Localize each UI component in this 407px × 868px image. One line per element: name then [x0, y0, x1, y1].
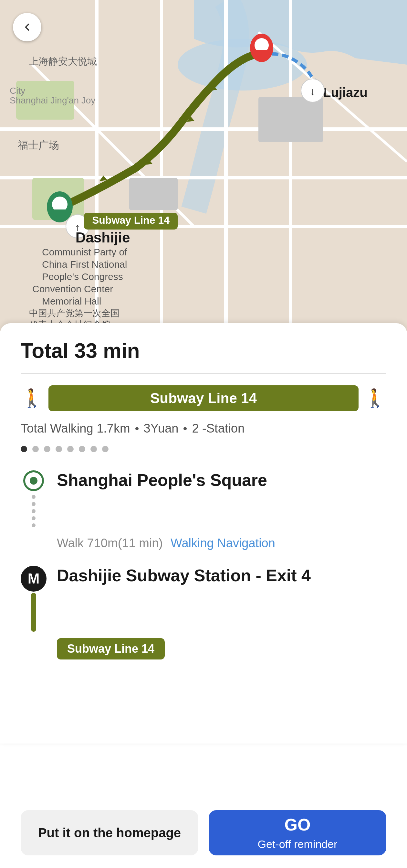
subway-icon-col: M: [21, 563, 46, 632]
svg-text:↓: ↓: [310, 86, 315, 97]
page-dot-1[interactable]: [32, 446, 39, 452]
subway-bar: Subway Line 14: [48, 385, 359, 411]
go-button[interactable]: GO Get-off reminder: [209, 810, 386, 856]
dot-sep-2: [183, 427, 187, 430]
subway-line-badge-container: Subway Line 14: [57, 638, 386, 659]
svg-text:福士广场: 福士广场: [18, 140, 59, 151]
walking-distance: Total Walking 1.7km: [21, 422, 130, 435]
step-start-row: Shanghai People's Square: [21, 468, 386, 531]
svg-text:Convention Center: Convention Center: [32, 283, 113, 294]
svg-text:City: City: [10, 86, 25, 96]
total-time: Total 33 min: [21, 339, 386, 363]
svg-rect-12: [129, 178, 178, 210]
subway-circle: M: [21, 566, 46, 592]
subway-station-title: Dashijie Subway Station - Exit 4: [57, 563, 386, 585]
svg-text:上海静安大悦城: 上海静安大悦城: [29, 56, 97, 67]
walk-info-row: Walk 710m(11 min) Walking Navigation: [21, 531, 386, 555]
dot-5: [32, 523, 36, 527]
pagination-dots: [21, 446, 386, 452]
page-dot-0[interactable]: [21, 446, 27, 452]
walk-distance-text: Walk 710m(11 min): [57, 536, 163, 550]
svg-text:China First National: China First National: [42, 259, 127, 270]
route-bar-row: 🚶 Subway Line 14 🚶: [21, 385, 386, 411]
svg-text:Memorial Hall: Memorial Hall: [42, 296, 101, 307]
map-section: ↑ Subway Line 14 Dashijie Lujiazu ↓ 上海静安…: [0, 0, 407, 349]
svg-text:Subway Line 14: Subway Line 14: [92, 214, 170, 226]
page-dot-6[interactable]: [91, 446, 97, 452]
start-circle-inner: [30, 477, 37, 485]
divider: [21, 373, 386, 374]
cost: 3Yuan: [144, 422, 179, 435]
svg-text:Lujiazu: Lujiazu: [323, 85, 368, 99]
svg-text:Communist Party of: Communist Party of: [42, 247, 127, 257]
step-start-title: Shanghai People's Square: [57, 468, 386, 490]
page-dot-4[interactable]: [67, 446, 74, 452]
svg-text:People's Congress: People's Congress: [42, 271, 123, 282]
svg-text:Shanghai Jing'an Joy: Shanghai Jing'an Joy: [10, 95, 95, 105]
page-dot-5[interactable]: [79, 446, 85, 452]
step-start-icon-col: [21, 468, 46, 531]
dot-1: [32, 495, 36, 499]
subway-track-line: [31, 593, 36, 632]
walk-icon-left: 🚶: [21, 388, 43, 409]
dot-sep-1: [135, 427, 139, 430]
put-homepage-button[interactable]: Put it on the homepage: [21, 810, 198, 856]
dot-4: [32, 516, 36, 520]
subway-bar-label: Subway Line 14: [150, 390, 257, 406]
subway-line-badge: Subway Line 14: [57, 638, 165, 659]
walk-icon-right: 🚶: [364, 388, 386, 409]
go-main-label: GO: [284, 813, 311, 837]
bottom-action-bar: Put it on the homepage GO Get-off remind…: [0, 797, 407, 868]
stations: 2 -Station: [192, 422, 244, 435]
back-button[interactable]: [13, 13, 41, 41]
svg-text:Dashijie: Dashijie: [76, 229, 130, 245]
dot-line-1: [32, 491, 36, 531]
walking-navigation-btn[interactable]: Walking Navigation: [171, 536, 275, 550]
svg-text:中国共产党第一次全国: 中国共产党第一次全国: [29, 308, 120, 318]
route-info: Total Walking 1.7km 3Yuan 2 -Station: [21, 422, 386, 435]
dot-2: [32, 502, 36, 506]
svg-rect-13: [259, 97, 323, 142]
subway-letter: M: [28, 570, 40, 587]
page-dot-3[interactable]: [56, 446, 62, 452]
page-dot-7[interactable]: [102, 446, 108, 452]
subway-station-row: M Dashijie Subway Station - Exit 4: [21, 563, 386, 632]
page-dot-2[interactable]: [44, 446, 50, 452]
dot-3: [32, 509, 36, 513]
go-sub-label: Get-off reminder: [258, 837, 338, 852]
steps-section: Shanghai People's Square Walk 710m(11 mi…: [21, 468, 386, 744]
bottom-card: Total 33 min 🚶 Subway Line 14 🚶 Total Wa…: [0, 323, 407, 744]
start-circle: [23, 470, 44, 491]
